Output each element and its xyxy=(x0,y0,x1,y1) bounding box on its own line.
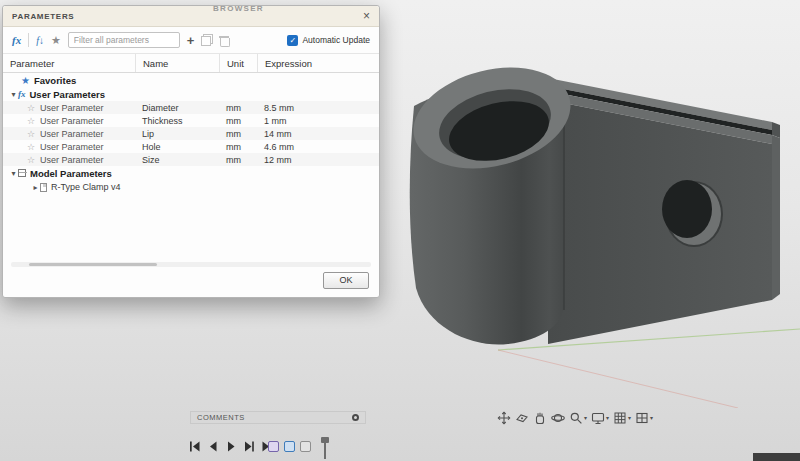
parameter-type-label: User Parameter xyxy=(40,103,104,113)
parameter-name[interactable]: Hole xyxy=(135,142,219,152)
model-group-icon xyxy=(18,169,26,177)
play-icon[interactable] xyxy=(225,441,237,452)
parameter-expression[interactable]: 14 mm xyxy=(257,129,379,139)
model-parameters-group-row[interactable]: ▾ Model Parameters xyxy=(3,166,379,180)
favorite-toggle-icon[interactable]: ☆ xyxy=(27,142,35,152)
parameter-unit: mm xyxy=(219,103,257,113)
extrude-feature-icon[interactable] xyxy=(284,441,295,452)
parameter-expression[interactable]: 8.5 mm xyxy=(257,103,379,113)
chevron-down-icon[interactable]: ▾ xyxy=(9,90,18,99)
filter-input[interactable] xyxy=(68,32,180,48)
parameter-expression[interactable]: 4.6 mm xyxy=(257,142,379,152)
parameter-row[interactable]: ☆ User Parameter Lip mm 14 mm xyxy=(3,127,379,140)
chevron-right-icon[interactable]: ▸ xyxy=(31,183,40,192)
timeline-marker[interactable] xyxy=(321,437,329,459)
feature-icon[interactable] xyxy=(300,441,311,452)
fusion-canvas[interactable]: BROWSER PARAMETERS × fx f↓ ★ + ✓ Automat… xyxy=(0,0,800,461)
dropdown-caret-icon[interactable]: ▾ xyxy=(584,415,587,421)
column-name[interactable]: Name xyxy=(135,54,219,72)
ok-button[interactable]: OK xyxy=(323,272,369,289)
toolbar-separator xyxy=(28,33,29,47)
favorite-toggle-icon[interactable]: ☆ xyxy=(27,129,35,139)
parameter-type-label: User Parameter xyxy=(40,129,104,139)
user-parameter-rows: ☆ User Parameter Diameter mm 8.5 mm ☆ Us… xyxy=(3,101,379,166)
parameter-unit: mm xyxy=(219,142,257,152)
navigation-toolbar: ▾ ▾ ▾ ▾ xyxy=(497,410,653,426)
parameter-row[interactable]: ☆ User Parameter Hole mm 4.6 mm xyxy=(3,140,379,153)
table-header: Parameter Name Unit Expression xyxy=(3,54,379,73)
dropdown-caret-icon[interactable]: ▾ xyxy=(606,415,609,421)
pan-icon[interactable] xyxy=(497,411,511,425)
parameter-row[interactable]: ☆ User Parameter Size mm 12 mm xyxy=(3,153,379,166)
dialog-toolbar: fx f↓ ★ + ✓ Automatic Update xyxy=(3,27,379,54)
display-settings-icon[interactable]: ▾ xyxy=(591,411,609,425)
parameter-unit: mm xyxy=(219,155,257,165)
parameter-type-label: User Parameter xyxy=(40,155,104,165)
favorite-toggle-icon[interactable]: ☆ xyxy=(27,103,35,113)
scrollbar-thumb[interactable] xyxy=(29,263,157,266)
go-to-start-icon[interactable] xyxy=(189,441,201,452)
parameter-name[interactable]: Lip xyxy=(135,129,219,139)
horizontal-scrollbar[interactable] xyxy=(11,262,371,267)
dialog-footer: OK xyxy=(3,269,379,297)
user-parameters-label: User Parameters xyxy=(30,89,106,100)
taskbar-fragment xyxy=(753,453,800,461)
fx-group-icon: fx xyxy=(18,89,26,99)
favorite-toggle-icon[interactable]: ☆ xyxy=(27,116,35,126)
favorites-row[interactable]: ★ Favorites xyxy=(3,73,379,87)
chevron-down-icon[interactable]: ▾ xyxy=(9,169,18,178)
document-icon xyxy=(40,183,47,192)
delete-parameter-icon[interactable] xyxy=(220,35,229,46)
parameter-expression[interactable]: 1 mm xyxy=(257,116,379,126)
zoom-icon[interactable]: ▾ xyxy=(569,411,587,425)
column-expression[interactable]: Expression xyxy=(257,54,379,72)
step-forward-icon[interactable] xyxy=(243,441,255,452)
browser-panel-header[interactable]: BROWSER xyxy=(213,4,264,13)
parameter-type-label: User Parameter xyxy=(40,116,104,126)
parameters-dialog: PARAMETERS × fx f↓ ★ + ✓ Automatic Updat… xyxy=(2,5,380,298)
automatic-update-toggle[interactable]: ✓ Automatic Update xyxy=(287,35,370,46)
parameter-row[interactable]: ☆ User Parameter Diameter mm 8.5 mm xyxy=(3,101,379,114)
parameter-unit: mm xyxy=(219,116,257,126)
favorite-toggle-icon[interactable]: ☆ xyxy=(27,155,35,165)
column-unit[interactable]: Unit xyxy=(219,54,257,72)
r-type-clamp-model[interactable] xyxy=(398,28,800,408)
parameter-row[interactable]: ☆ User Parameter Thickness mm 1 mm xyxy=(3,114,379,127)
user-parameters-group-row[interactable]: ▾ fx User Parameters xyxy=(3,87,379,101)
parameters-table: ★ Favorites ▾ fx User Parameters ☆ User … xyxy=(3,73,379,262)
favorites-filter-icon[interactable]: ★ xyxy=(51,34,61,47)
model-child-row[interactable]: ▸ R-Type Clamp v4 xyxy=(3,180,379,194)
look-at-icon[interactable] xyxy=(515,411,529,425)
sketch-feature-icon[interactable] xyxy=(268,441,279,452)
parameter-expression[interactable]: 12 mm xyxy=(257,155,379,165)
dropdown-caret-icon[interactable]: ▾ xyxy=(628,415,631,421)
parameter-type-label: User Parameter xyxy=(40,142,104,152)
fx-icon[interactable]: fx xyxy=(12,34,21,46)
automatic-update-label: Automatic Update xyxy=(302,35,370,45)
parameter-name[interactable]: Thickness xyxy=(135,116,219,126)
model-child-label: R-Type Clamp v4 xyxy=(51,182,121,192)
add-parameter-icon[interactable]: + xyxy=(187,34,195,47)
close-icon[interactable]: × xyxy=(363,10,370,22)
axis-red xyxy=(498,350,738,408)
column-parameter[interactable]: Parameter xyxy=(3,54,135,72)
grid-settings-icon[interactable]: ▾ xyxy=(613,411,631,425)
dropdown-caret-icon[interactable]: ▾ xyxy=(650,415,653,421)
comments-label: COMMENTS xyxy=(197,413,245,422)
parameter-name[interactable]: Diameter xyxy=(135,103,219,113)
model-parameters-label: Model Parameters xyxy=(30,168,112,179)
checkbox-checked-icon[interactable]: ✓ xyxy=(287,35,298,46)
parameter-name[interactable]: Size xyxy=(135,155,219,165)
sort-parameters-icon[interactable]: f↓ xyxy=(36,35,44,46)
orbit-icon[interactable] xyxy=(551,411,565,425)
dialog-titlebar[interactable]: PARAMETERS × xyxy=(3,6,379,27)
timeline-playback-controls xyxy=(189,441,273,452)
copy-parameter-icon[interactable] xyxy=(201,34,213,46)
viewports-icon[interactable]: ▾ xyxy=(635,411,653,425)
comment-bubble-icon[interactable] xyxy=(352,414,359,421)
step-back-icon[interactable] xyxy=(207,441,219,452)
comments-bar[interactable]: COMMENTS xyxy=(190,411,366,424)
dialog-title: PARAMETERS xyxy=(12,12,74,21)
pan-hand-icon[interactable] xyxy=(533,411,547,425)
favorite-star-icon[interactable]: ★ xyxy=(21,75,30,86)
